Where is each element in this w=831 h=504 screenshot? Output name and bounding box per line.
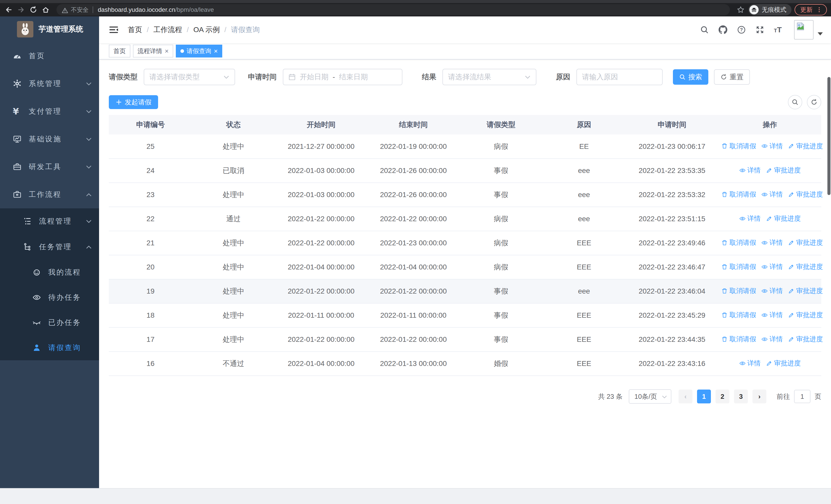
cancel-leave-link[interactable]: 取消请假 [721,287,756,295]
sidebar-item-pay[interactable]: ¥ 支付管理 [0,97,99,125]
detail-link[interactable]: 详情 [761,287,783,295]
url-text[interactable]: dashboard.yudao.iocoder.cn/bpm/oa/leave [98,6,214,13]
breadcrumb-home[interactable]: 首页 [128,25,142,35]
start-date-placeholder[interactable]: 开始日期 [300,72,328,82]
audit-progress-link[interactable]: 审批进度 [766,214,801,223]
sidebar-item-leave-query[interactable]: 请假查询 [0,335,99,360]
audit-progress-link[interactable]: 审批进度 [766,166,801,175]
audit-progress-link[interactable]: 审批进度 [788,310,823,320]
end-date-placeholder[interactable]: 结束日期 [339,72,368,82]
table-row[interactable]: 22通过2022-01-22 00:00:002022-01-22 00:00:… [109,207,821,231]
table-header-row: 申请编号 状态 开始时间 结束时间 请假类型 原因 申请时间 操作 [109,115,821,135]
cancel-leave-link[interactable]: 取消请假 [721,142,756,151]
audit-progress-link[interactable]: 审批进度 [766,359,801,368]
tags-view: 首页 流程详情 × 请假查询 × [99,43,831,60]
user-menu[interactable] [794,20,823,39]
sidebar-item-done-task[interactable]: 已办任务 [0,310,99,335]
github-icon[interactable] [718,25,727,34]
sidebar-item-workflow[interactable]: 工作流程 [0,181,99,208]
result-select[interactable]: 请选择流结果 [442,69,536,85]
cancel-leave-link[interactable]: 取消请假 [721,238,756,247]
prev-page-button[interactable]: ‹ [679,390,692,404]
close-icon[interactable]: × [165,48,169,54]
insecure-warning-icon[interactable] [62,6,68,13]
forward-icon[interactable] [17,5,26,14]
detail-link[interactable]: 详情 [739,214,761,223]
sidebar-item-my-process[interactable]: 我的流程 [0,260,99,285]
detail-link[interactable]: 详情 [761,238,783,247]
page-2-button[interactable]: 2 [716,390,729,404]
browser-menu-icon[interactable] [816,7,822,13]
reason-input[interactable] [577,69,662,85]
audit-progress-link[interactable]: 审批进度 [788,190,823,199]
table-row[interactable]: 25处理中2021-12-27 00:00:002022-01-19 00:00… [109,135,821,158]
cancel-leave-link[interactable]: 取消请假 [721,262,756,271]
next-page-button[interactable]: › [752,390,766,404]
end-time: 2022-01-22 00:00:00 [368,279,459,303]
table-row[interactable]: 19处理中2022-01-22 00:00:002022-01-22 00:00… [109,279,821,303]
cancel-leave-link[interactable]: 取消请假 [721,310,756,320]
sidebar-item-todo-task[interactable]: 待办任务 [0,285,99,310]
address-bar[interactable]: 不安全 dashboard.yudao.iocoder.cn/bpm/oa/le… [56,4,730,16]
show-search-toggle-icon[interactable] [788,95,802,109]
page-1-button[interactable]: 1 [697,390,711,404]
audit-progress-link[interactable]: 审批进度 [788,238,823,247]
sidebar-item-task-mgmt[interactable]: 任务管理 [0,234,99,260]
refresh-table-icon[interactable] [807,95,821,109]
detail-link[interactable]: 详情 [739,166,761,175]
row-actions: 详情审批进度 [719,207,821,231]
scrollbar-thumb[interactable] [827,77,830,195]
fullscreen-icon[interactable] [755,25,765,34]
search-button[interactable]: 搜索 [673,69,708,85]
sidebar-item-infra[interactable]: 基础设施 [0,125,99,153]
sidebar-item-home[interactable]: 首页 [0,42,99,70]
table-row[interactable]: 24已取消2022-01-03 00:00:002022-01-26 00:00… [109,158,821,183]
breadcrumb-workflow[interactable]: 工作流程 [153,25,182,35]
search-icon[interactable] [700,25,709,34]
goto-page-input[interactable] [794,390,810,403]
tab-home[interactable]: 首页 [109,45,131,58]
sidebar-item-process-mgmt[interactable]: 流程管理 [0,208,99,234]
leave-type-select[interactable]: 请选择请假类型 [144,69,235,85]
sidebar-collapse-icon[interactable] [109,25,119,35]
audit-progress-link[interactable]: 审批进度 [788,335,823,344]
reset-button[interactable]: 重置 [714,69,750,85]
detail-link[interactable]: 详情 [761,310,783,320]
font-size-icon[interactable]: TT [774,26,782,34]
page-size-select[interactable]: 10条/页 [629,389,671,404]
detail-link[interactable]: 详情 [761,142,783,151]
cancel-leave-link[interactable]: 取消请假 [721,335,756,344]
browser-update-button[interactable]: 更新 [795,4,827,16]
create-leave-button[interactable]: 发起请假 [109,95,158,109]
avatar[interactable] [794,20,813,39]
home-icon[interactable] [41,5,50,14]
table-row[interactable]: 20处理中2022-01-04 00:00:002022-01-04 00:00… [109,255,821,279]
table-row[interactable]: 18处理中2022-01-11 00:00:002022-01-11 00:00… [109,303,821,327]
page-3-button[interactable]: 3 [734,390,748,404]
bookmark-star-icon[interactable] [736,5,745,14]
apply-time-range-picker[interactable]: 开始日期 - 结束日期 [283,69,402,85]
reload-icon[interactable] [29,5,38,14]
table-row[interactable]: 16不通过2022-01-04 00:00:002022-01-13 00:00… [109,352,821,376]
audit-progress-link[interactable]: 审批进度 [788,287,823,295]
apply-time: 2022-01-22 23:53:35 [625,158,719,183]
detail-link[interactable]: 详情 [739,359,761,368]
cancel-leave-link[interactable]: 取消请假 [721,190,756,199]
detail-link[interactable]: 详情 [761,262,783,271]
sidebar-item-dev-tools[interactable]: 研发工具 [0,153,99,181]
help-icon[interactable]: ? [737,25,746,34]
breadcrumb-oa[interactable]: OA 示例 [194,25,220,35]
audit-progress-link[interactable]: 审批进度 [788,142,823,151]
detail-link[interactable]: 详情 [761,190,783,199]
close-icon[interactable]: × [214,48,218,54]
back-icon[interactable] [4,5,13,14]
app-logo[interactable]: 芋道管理系统 [0,17,99,42]
table-row[interactable]: 17处理中2022-01-22 00:00:002022-01-22 00:00… [109,327,821,352]
table-row[interactable]: 21处理中2022-01-22 00:00:002022-01-23 00:00… [109,231,821,255]
sidebar-item-system[interactable]: 系统管理 [0,70,99,97]
audit-progress-link[interactable]: 审批进度 [788,262,823,271]
table-row[interactable]: 23处理中2022-01-03 00:00:002022-01-26 00:00… [109,183,821,207]
tab-process-detail[interactable]: 流程详情 × [133,45,173,58]
tab-leave-query[interactable]: 请假查询 × [176,45,222,58]
detail-link[interactable]: 详情 [761,335,783,344]
